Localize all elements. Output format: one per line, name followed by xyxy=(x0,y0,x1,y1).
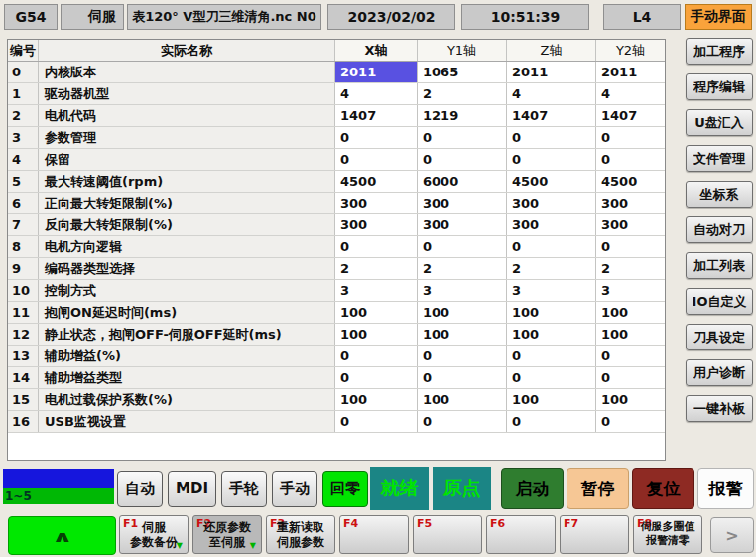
sidebar-item-program-edit[interactable]: 程序编辑 xyxy=(686,73,753,100)
param-value-cell[interactable]: 0 xyxy=(418,149,507,170)
param-value-cell[interactable]: 300 xyxy=(418,193,507,213)
sidebar-item-user-diagnosis[interactable]: 用户诊断 xyxy=(686,359,753,386)
fkey-f5-button[interactable]: F5 xyxy=(413,515,482,554)
sidebar-item-machining-program[interactable]: 加工程序 xyxy=(686,38,753,65)
mode-manual-button[interactable]: 手动 xyxy=(272,471,317,507)
param-value-cell[interactable]: 3 xyxy=(335,280,418,301)
reset-button[interactable]: 复位 xyxy=(632,468,694,509)
param-value-cell[interactable]: 0 xyxy=(596,346,665,366)
param-value-cell[interactable]: 1407 xyxy=(507,105,596,126)
param-value-cell[interactable]: 0 xyxy=(335,411,418,432)
param-value-cell[interactable]: 100 xyxy=(596,302,665,323)
param-value-cell[interactable]: 100 xyxy=(507,302,596,323)
param-value-cell[interactable]: 0 xyxy=(418,236,507,257)
param-value-cell[interactable]: 3 xyxy=(507,280,596,301)
fkey-f6-button[interactable]: F6 xyxy=(486,515,556,554)
param-value-cell[interactable]: 100 xyxy=(335,389,418,410)
param-value-cell[interactable]: 0 xyxy=(507,346,596,366)
param-value-cell[interactable]: 100 xyxy=(418,324,507,345)
param-value-cell[interactable]: 4500 xyxy=(335,171,418,192)
param-value-cell[interactable]: 0 xyxy=(418,127,507,148)
param-value-cell[interactable]: 300 xyxy=(418,214,507,235)
param-value-cell[interactable]: 6000 xyxy=(418,171,507,192)
mode-handwheel-button[interactable]: 手轮 xyxy=(221,471,267,507)
param-value-cell[interactable]: 3 xyxy=(596,280,665,301)
param-value-cell[interactable]: 0 xyxy=(335,127,418,148)
param-value-cell[interactable]: 0 xyxy=(507,367,596,388)
param-value-cell[interactable]: 1407 xyxy=(596,105,665,126)
param-value-cell[interactable]: 100 xyxy=(507,324,596,345)
param-value-cell[interactable]: 0 xyxy=(335,149,418,170)
pause-button[interactable]: 暂停 xyxy=(567,468,629,509)
param-value-cell[interactable]: 0 xyxy=(596,127,665,148)
param-value-cell[interactable]: 2 xyxy=(507,258,596,279)
param-value-cell[interactable]: 2 xyxy=(335,258,418,279)
param-value-cell[interactable]: 2 xyxy=(418,83,507,104)
param-value-cell[interactable]: 0 xyxy=(596,411,665,432)
param-value-cell[interactable]: 0 xyxy=(596,149,665,170)
param-value-cell[interactable]: 2011 xyxy=(507,62,596,82)
fkey-f7-button[interactable]: F7 xyxy=(560,515,629,554)
param-value-cell[interactable]: 100 xyxy=(507,389,596,410)
sidebar-item-usb-import[interactable]: U盘汇入 xyxy=(686,109,753,136)
param-value-cell[interactable]: 3 xyxy=(418,280,507,301)
param-value-cell[interactable]: 100 xyxy=(335,324,418,345)
fkey-f2-button[interactable]: F2还原参数 至伺服▼ xyxy=(192,515,262,554)
param-value-cell[interactable]: 4 xyxy=(335,83,418,104)
param-value-cell[interactable]: 0 xyxy=(418,346,507,366)
param-value-cell[interactable]: 300 xyxy=(596,193,665,213)
param-value-cell[interactable]: 0 xyxy=(507,236,596,257)
sidebar-item-tool-setting[interactable]: 刀具设定 xyxy=(686,324,753,350)
mode-home-button[interactable]: 回零 xyxy=(322,471,368,507)
param-value-cell[interactable]: 4500 xyxy=(507,171,596,192)
sidebar-item-machining-list[interactable]: 加工列表 xyxy=(686,252,753,279)
param-value-cell[interactable]: 300 xyxy=(507,193,596,213)
param-value-cell[interactable]: 100 xyxy=(596,389,665,410)
param-value-cell[interactable]: 100 xyxy=(418,302,507,323)
param-value-cell[interactable]: 0 xyxy=(507,149,596,170)
param-value-cell[interactable]: 300 xyxy=(335,193,418,213)
param-value-cell[interactable]: 0 xyxy=(335,236,418,257)
sidebar-item-file-manager[interactable]: 文件管理 xyxy=(686,145,753,172)
param-value-cell[interactable]: 1219 xyxy=(418,105,507,126)
param-value-cell[interactable]: 0 xyxy=(596,367,665,388)
mode-auto-button[interactable]: 自动 xyxy=(117,471,163,507)
param-value-cell[interactable]: 2011 xyxy=(335,62,418,82)
sidebar-item-io-custom[interactable]: IO自定义 xyxy=(686,288,753,315)
table-row: 9编码器类型选择2222 xyxy=(8,258,665,280)
start-button[interactable]: 启动 xyxy=(501,468,564,509)
fkey-f3-button[interactable]: F3重新读取 伺服参数 xyxy=(266,515,335,554)
mode-mdi-button[interactable]: MDI xyxy=(168,471,216,507)
fkey-f4-button[interactable]: F4 xyxy=(339,515,409,554)
param-value-cell[interactable]: 4500 xyxy=(596,171,665,192)
param-value-cell[interactable]: 100 xyxy=(335,302,418,323)
param-value-cell[interactable]: 2011 xyxy=(596,62,665,82)
param-value-cell[interactable]: 2 xyxy=(418,258,507,279)
fkey-f8-button[interactable]: F8伺服多圈值 报警清零 xyxy=(633,515,702,554)
param-value-cell[interactable]: 1407 xyxy=(335,105,418,126)
param-value-cell[interactable]: 300 xyxy=(507,214,596,235)
param-value-cell[interactable]: 0 xyxy=(418,411,507,432)
param-value-cell[interactable]: 300 xyxy=(596,214,665,235)
param-value-cell[interactable]: 300 xyxy=(335,214,418,235)
param-value-cell[interactable]: 0 xyxy=(596,236,665,257)
param-value-cell[interactable]: 0 xyxy=(507,127,596,148)
param-value-cell[interactable]: 1065 xyxy=(418,62,507,82)
param-value-cell[interactable]: 4 xyxy=(596,83,665,104)
param-value-cell[interactable]: 100 xyxy=(418,389,507,410)
manual-screen-button[interactable]: 手动界面 xyxy=(685,4,752,30)
param-value-cell[interactable]: 2 xyxy=(596,258,665,279)
page-up-button[interactable]: ∧ xyxy=(8,516,116,555)
param-value-cell[interactable]: 100 xyxy=(596,324,665,345)
next-page-button[interactable]: > xyxy=(710,517,754,553)
sidebar-item-coordinate-system[interactable]: 坐标系 xyxy=(686,181,753,208)
param-value-cell[interactable]: 4 xyxy=(507,83,596,104)
param-value-cell[interactable]: 0 xyxy=(507,411,596,432)
param-value-cell[interactable]: 0 xyxy=(418,367,507,388)
alarm-button[interactable]: 报警 xyxy=(697,468,754,509)
param-value-cell[interactable]: 0 xyxy=(335,346,418,366)
fkey-f1-button[interactable]: F1伺服 参数备份▼ xyxy=(119,515,189,554)
sidebar-item-auto-tool-setting[interactable]: 自动对刀 xyxy=(686,216,753,243)
sidebar-item-one-key-patch[interactable]: 一键补板 xyxy=(686,395,753,422)
param-value-cell[interactable]: 0 xyxy=(335,367,418,388)
